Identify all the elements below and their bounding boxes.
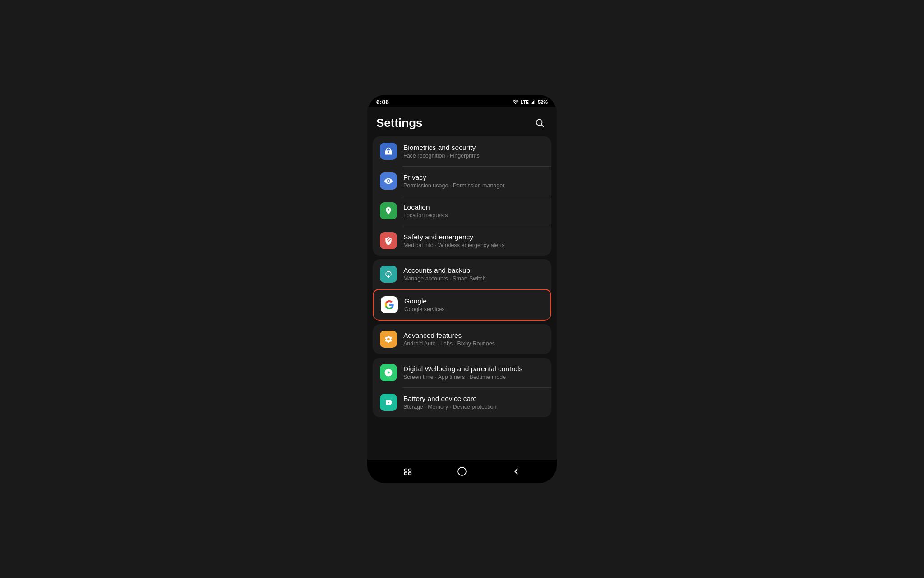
battery-text: Battery and device care Storage · Memory… [403,395,544,410]
page-header: Settings [367,107,557,136]
status-time: 6:06 [376,98,389,106]
google-logo-icon [384,300,394,310]
page-title: Settings [376,116,423,130]
privacy-icon [380,172,397,190]
safety-icon [380,232,397,249]
svg-point-0 [515,103,516,104]
google-subtitle: Google services [404,306,543,312]
battery-icon [380,394,397,411]
svg-rect-4 [534,100,535,104]
settings-group-wellbeing: Digital Wellbeing and parental controls … [373,358,551,417]
settings-item-safety[interactable]: Safety and emergency Medical info · Wire… [373,226,551,256]
svg-rect-3 [533,101,534,104]
settings-item-accounts[interactable]: Accounts and backup Manage accounts · Sm… [373,259,551,289]
settings-item-privacy[interactable]: Privacy Permission usage · Permission ma… [373,166,551,196]
biometrics-text: Biometrics and security Face recognition… [403,144,544,159]
accounts-subtitle: Manage accounts · Smart Switch [403,275,544,282]
battery-subtitle: Storage · Memory · Device protection [403,404,544,410]
privacy-title: Privacy [403,173,544,182]
wifi-icon [513,99,519,105]
back-button[interactable] [507,462,525,480]
wellbeing-subtitle: Screen time · App timers · Bedtime mode [403,374,544,380]
svg-point-11 [458,467,466,475]
safety-text: Safety and emergency Medical info · Wire… [403,233,544,248]
signal-icon [531,99,536,105]
google-title: Google [404,297,543,305]
battery-text: 52% [538,99,548,105]
signal-text: LTE [521,100,529,105]
screen-content: Settings Biometrics [367,107,557,460]
safety-title: Safety and emergency [403,233,544,241]
settings-group-accounts: Accounts and backup Manage accounts · Sm… [373,259,551,321]
svg-rect-10 [409,472,411,475]
wellbeing-text: Digital Wellbeing and parental controls … [403,365,544,380]
settings-item-wellbeing[interactable]: Digital Wellbeing and parental controls … [373,358,551,387]
settings-group-advanced: Advanced features Android Auto · Labs · … [373,324,551,354]
settings-group-security: Biometrics and security Face recognition… [373,136,551,256]
nav-bar [367,460,557,483]
google-text: Google Google services [404,297,543,312]
safety-subtitle: Medical info · Wireless emergency alerts [403,242,544,248]
battery-title: Battery and device care [403,395,544,403]
home-icon [457,466,467,477]
biometrics-title: Biometrics and security [403,144,544,152]
phone-container: 6:06 LTE 52% Settings [367,95,557,483]
settings-list: Biometrics and security Face recognition… [367,136,557,421]
status-icons: LTE 52% [513,99,548,105]
location-subtitle: Location requests [403,212,544,219]
recent-apps-button[interactable] [399,462,417,480]
settings-item-google[interactable]: Google Google services [373,289,551,321]
settings-item-advanced[interactable]: Advanced features Android Auto · Labs · … [373,324,551,354]
advanced-icon [380,331,397,348]
location-text: Location Location requests [403,203,544,219]
accounts-icon [380,266,397,283]
svg-rect-8 [409,469,411,472]
biometrics-icon [380,143,397,160]
advanced-text: Advanced features Android Auto · Labs · … [403,331,544,347]
google-icon-container [381,296,398,313]
wellbeing-title: Digital Wellbeing and parental controls [403,365,544,373]
advanced-subtitle: Android Auto · Labs · Bixby Routines [403,340,544,347]
settings-item-biometrics[interactable]: Biometrics and security Face recognition… [373,136,551,166]
location-icon [380,202,397,219]
status-bar: 6:06 LTE 52% [367,95,557,107]
wellbeing-icon [380,364,397,381]
svg-rect-9 [405,472,407,475]
location-title: Location [403,203,544,211]
svg-rect-1 [531,103,532,104]
biometrics-subtitle: Face recognition · Fingerprints [403,153,544,159]
search-icon [535,118,545,128]
accounts-text: Accounts and backup Manage accounts · Sm… [403,266,544,282]
privacy-text: Privacy Permission usage · Permission ma… [403,173,544,189]
svg-line-6 [541,125,543,126]
privacy-subtitle: Permission usage · Permission manager [403,182,544,189]
home-button[interactable] [453,462,471,480]
accounts-title: Accounts and backup [403,266,544,275]
back-icon [511,466,521,476]
settings-item-battery[interactable]: Battery and device care Storage · Memory… [373,387,551,417]
recent-apps-icon [403,466,413,476]
settings-item-location[interactable]: Location Location requests [373,196,551,226]
advanced-title: Advanced features [403,331,544,340]
svg-rect-7 [405,469,407,472]
svg-rect-2 [532,102,533,104]
search-button[interactable] [531,115,548,131]
